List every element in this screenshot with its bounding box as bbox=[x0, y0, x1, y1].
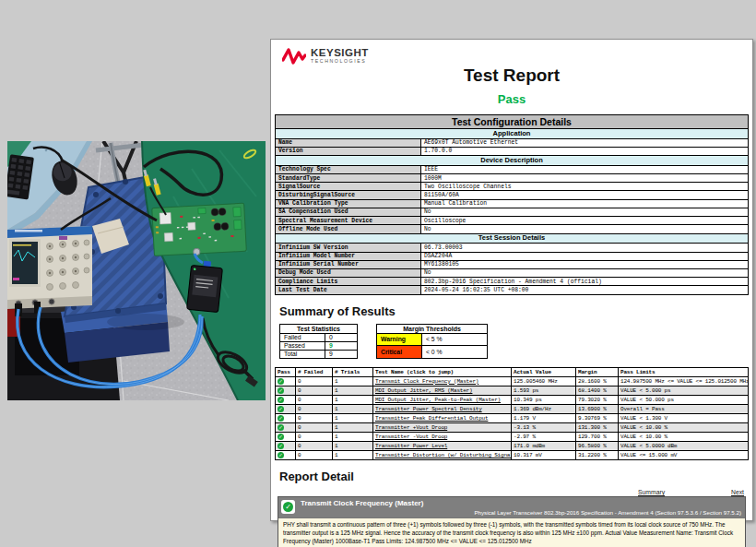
next-link[interactable]: Next bbox=[731, 489, 744, 495]
test-name-link[interactable]: MDI Output Jitter, Peak-to-Peak (Master) bbox=[375, 397, 501, 403]
pass-limits-cell: VALUE <= 15.000 mV bbox=[619, 451, 749, 460]
actual-value-cell: -2.97 % bbox=[512, 433, 576, 442]
pass-limits-cell: VALUE < 50.000 ps bbox=[619, 395, 749, 404]
stats-passed-value: 9 bbox=[325, 341, 358, 350]
config-label: Name bbox=[276, 138, 421, 147]
config-row: Version 1.70.0.0 bbox=[276, 147, 749, 155]
result-row: 0 1 Transmitter Distortion (w/ Disturbin… bbox=[276, 451, 749, 460]
pcb-board bbox=[152, 203, 247, 257]
report-detail-heading: Report Detail bbox=[279, 470, 749, 483]
config-row: Spectral Measurement Device Oscilloscope bbox=[276, 217, 749, 225]
config-row: Last Test Date 2024-05-24 16:02:35 UTC +… bbox=[276, 286, 749, 294]
test-name-cell: Transmitter Distortion (w/ Disturbing Si… bbox=[373, 451, 512, 460]
report-detail-block: Transmit Clock Frequency (Master) Physic… bbox=[278, 496, 746, 547]
config-label: SignalSource bbox=[276, 183, 421, 191]
actual-value-cell: 125.005460 MHz bbox=[512, 376, 576, 386]
config-row: Infiniium SW Version 06.73.00003 bbox=[276, 244, 749, 252]
test-name-link[interactable]: MDI Output Jitter, RMS (Master) bbox=[375, 387, 472, 394]
test-name-cell: Transmitter Power Level bbox=[373, 442, 512, 451]
config-value: 06.73.00003 bbox=[421, 244, 749, 252]
keysight-logo: KEYSIGHT TECHNOLOGIES bbox=[282, 47, 749, 65]
margin-thresholds-table: Margin Thresholds Warning < 5 % Critical… bbox=[376, 324, 488, 359]
config-value: MY61380105 bbox=[421, 260, 749, 268]
trials-cell: 1 bbox=[333, 423, 373, 433]
result-row: 0 1 MDI Output Jitter, Peak-to-Peak (Mas… bbox=[276, 395, 749, 404]
summary-mini-tables: Test Statistics Failed 0 Passed 9 Total … bbox=[279, 324, 749, 359]
pass-check-icon bbox=[278, 424, 284, 431]
trials-cell: 1 bbox=[333, 433, 373, 442]
result-row: 0 1 Transmitter Peak Differential Output… bbox=[276, 414, 749, 423]
media-converter-box bbox=[187, 259, 223, 312]
config-value: No bbox=[421, 225, 749, 233]
margin-cell: 28.1600 % bbox=[576, 376, 619, 386]
trials-cell: 1 bbox=[333, 404, 373, 413]
config-label: DisturbingSignalSource bbox=[276, 191, 421, 199]
test-name-link[interactable]: Transmitter +Vout Droop bbox=[375, 424, 447, 431]
test-name-link[interactable]: Transmitter -Vout Droop bbox=[375, 434, 447, 440]
config-value: Manual Calibration bbox=[421, 199, 749, 208]
config-row: VNA Calibration Type Manual Calibration bbox=[276, 199, 749, 208]
actual-value-cell: 10.349 ps bbox=[512, 395, 576, 404]
stats-passed-label: Passed bbox=[280, 341, 325, 350]
failed-cell: 0 bbox=[296, 414, 333, 423]
detail-spec-reference: Physical Layer Transceiver 802.3bp-2016 … bbox=[301, 509, 741, 516]
config-label: Infiniium Serial Number bbox=[276, 260, 421, 268]
test-name-link[interactable]: Transmitter Distortion (w/ Disturbing Si… bbox=[375, 452, 512, 458]
pass-limits-cell: VALUE < 10.00 % bbox=[619, 423, 749, 433]
pass-cell bbox=[276, 395, 296, 404]
test-name-cell: Transmit Clock Frequency (Master) bbox=[373, 376, 512, 386]
failed-cell: 0 bbox=[296, 442, 333, 451]
pass-cell bbox=[276, 433, 296, 442]
brand-name: KEYSIGHT bbox=[311, 48, 369, 59]
detail-pass-check-icon bbox=[281, 500, 295, 514]
pass-check-icon bbox=[278, 387, 284, 394]
margin-cell: 131.300 % bbox=[576, 423, 619, 433]
overall-status: Pass bbox=[275, 92, 749, 106]
test-name-cell: Transmitter -Vout Droop bbox=[373, 433, 512, 442]
result-row: 0 1 Transmitter -Vout Droop -2.97 % 129.… bbox=[276, 433, 749, 442]
application-rows: Name AE69x0T Automotive Ethernet Version… bbox=[276, 138, 749, 155]
pass-limits-cell: 124.987500 MHz <= VALUE <= 125.012500 MH… bbox=[619, 376, 749, 386]
config-value: Two Oscilloscope Channels bbox=[421, 183, 749, 191]
failed-cell: 0 bbox=[296, 404, 333, 413]
config-value: 81150A/60A bbox=[421, 191, 749, 199]
config-table: Test Configuration Details Application N… bbox=[275, 114, 749, 295]
test-name-link[interactable]: Transmit Clock Frequency (Master) bbox=[375, 378, 478, 385]
margin-cell: 96.5800 % bbox=[576, 442, 619, 451]
results-header-cell: Pass bbox=[276, 367, 296, 376]
test-name-link[interactable]: Transmitter Power Spectral Density bbox=[375, 406, 482, 412]
pass-check-icon bbox=[278, 397, 284, 403]
margin-cell: 79.3020 % bbox=[576, 395, 619, 404]
config-label: Infiniium SW Version bbox=[276, 244, 421, 252]
test-name-link[interactable]: Transmitter Power Level bbox=[375, 443, 447, 449]
results-table: Pass# Failed# TrialsTest Name (click to … bbox=[275, 367, 749, 461]
thresholds-title: Margin Thresholds bbox=[377, 324, 488, 333]
config-label: Technology Spec bbox=[276, 165, 421, 173]
pass-cell bbox=[276, 451, 296, 460]
brand-tagline: TECHNOLOGIES bbox=[311, 58, 369, 65]
config-row: Compliance Limits 802.3bp-2016 Specifica… bbox=[276, 278, 749, 286]
trials-cell: 1 bbox=[333, 386, 373, 395]
stats-title: Test Statistics bbox=[280, 324, 358, 333]
failed-cell: 0 bbox=[296, 423, 333, 433]
pass-limits-cell: VALUE < 5.000 ps bbox=[619, 386, 749, 395]
failed-cell: 0 bbox=[296, 451, 333, 460]
critical-label: Critical bbox=[377, 346, 422, 359]
pass-limits-cell: VALUE < 1.300 V bbox=[619, 414, 749, 423]
session-rows: Infiniium SW Version 06.73.00003 Infinii… bbox=[276, 244, 749, 294]
config-value: No bbox=[421, 208, 749, 216]
stats-total-value: 9 bbox=[325, 350, 358, 358]
trials-cell: 1 bbox=[333, 414, 373, 423]
summary-link[interactable]: Summary bbox=[638, 489, 665, 495]
config-row: Technology Spec IEEE bbox=[276, 165, 749, 173]
config-row: Infiniium Serial Number MY61380105 bbox=[276, 260, 749, 268]
pass-cell bbox=[276, 386, 296, 395]
test-statistics-table: Test Statistics Failed 0 Passed 9 Total … bbox=[279, 324, 358, 359]
result-row: 0 1 Transmitter Power Spectral Density 1… bbox=[276, 404, 749, 413]
test-name-link[interactable]: Transmitter Peak Differential Output bbox=[375, 415, 488, 422]
warning-label: Warning bbox=[377, 333, 422, 346]
actual-value-cell: 171.0 mdBm bbox=[512, 442, 576, 451]
config-value: 1.70.0.0 bbox=[421, 147, 749, 155]
test-bench-photo bbox=[7, 141, 266, 400]
config-value: No bbox=[421, 268, 749, 277]
